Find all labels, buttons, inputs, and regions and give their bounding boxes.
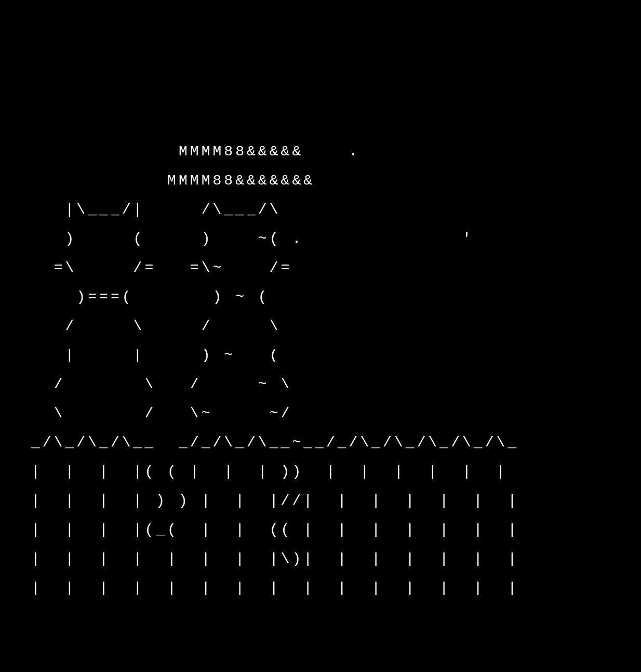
ascii-art-cats-on-fence: MMMM88&&&&& . MMMM88&&&&&&& |\___/| /\__… — [0, 0, 641, 603]
